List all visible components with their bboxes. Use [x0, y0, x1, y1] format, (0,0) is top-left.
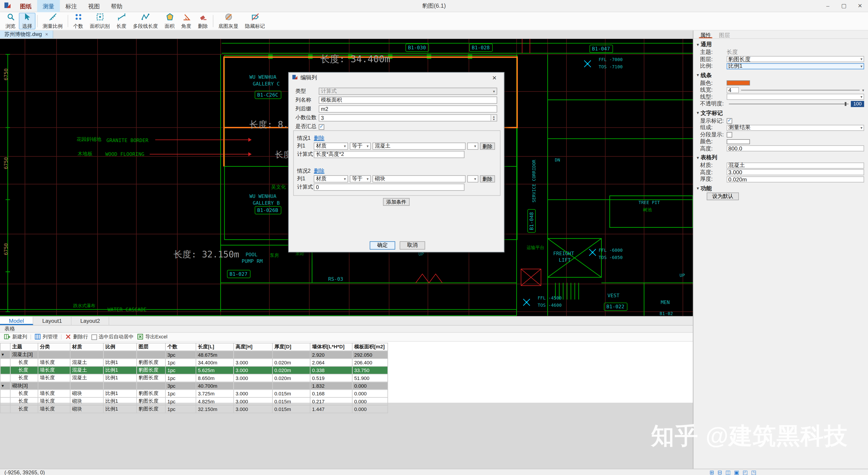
- app-logo-icon[interactable]: [0, 2, 14, 10]
- toolbar-button-scale[interactable]: 测量比例: [39, 13, 66, 29]
- thickness-input[interactable]: 0.020m: [727, 176, 864, 182]
- table-row[interactable]: 长度墙长度砌块比例1豹图长度1pc3.725m3.0000.015m0.1680…: [0, 390, 388, 397]
- composition-select[interactable]: 测量结果▾: [727, 125, 864, 131]
- condition-operator-select[interactable]: 等于▾: [350, 143, 371, 150]
- table-row[interactable]: 长度墙长度砌块比例1豹图长度1pc32.150m3.0000.015m1.447…: [0, 405, 388, 413]
- line-color-swatch[interactable]: [727, 81, 750, 86]
- column-header[interactable]: 厚度[D]: [272, 343, 310, 351]
- column-header[interactable]: 比例: [103, 343, 136, 351]
- viewport-tool-icon[interactable]: ⊟: [717, 469, 722, 475]
- expand-chevron-icon[interactable]: ▾: [2, 383, 4, 388]
- toolbar-button-hidemark[interactable]: 隐藏标记: [242, 13, 268, 29]
- toolbar-button-select[interactable]: 选择: [19, 13, 35, 29]
- dialog-close-button[interactable]: ✕: [488, 75, 500, 81]
- viewport-tool-icon[interactable]: ◳: [751, 469, 756, 475]
- table-group-row[interactable]: ▾混凝土[3]3pc48.675m2.920292.050: [0, 351, 388, 358]
- document-tab[interactable]: 苏州博物馆.dwg ×: [0, 31, 53, 38]
- condition-delete-link[interactable]: 删除: [314, 135, 324, 142]
- menu-item-4[interactable]: 帮助: [105, 0, 128, 12]
- formula-input[interactable]: 长度*高度*2: [314, 151, 465, 158]
- auto-center-checkbox[interactable]: 选中后自动居中: [92, 333, 133, 340]
- layout-tab-layout2[interactable]: Layout2: [71, 317, 110, 325]
- condition-delete-button[interactable]: 删除: [480, 175, 495, 182]
- viewport-tool-icon[interactable]: ◰: [743, 469, 748, 475]
- table-group-row[interactable]: ▾砌块[3]3pc40.700m1.8320.000: [0, 382, 388, 389]
- export-excel-button[interactable]: 导出Excel: [137, 333, 167, 340]
- dialog-title-bar[interactable]: 编辑列 ✕: [289, 72, 504, 83]
- height-input[interactable]: 3.000: [727, 170, 864, 176]
- scale-select[interactable]: 比例1▾: [727, 63, 864, 69]
- add-condition-button[interactable]: 添加条件: [383, 198, 410, 206]
- toolbar-button-polyline[interactable]: 多段线长度: [130, 13, 161, 29]
- toolbar-button-count[interactable]: 个数: [70, 13, 87, 29]
- decimals-input[interactable]: 3 ▲▼: [319, 114, 497, 121]
- toolbar-button-length[interactable]: 长度: [113, 13, 130, 29]
- delete-row-button[interactable]: 删除行: [65, 333, 88, 340]
- segment-display-checkbox[interactable]: [727, 132, 733, 138]
- toolbar-button-dimbg[interactable]: 底图灰显: [215, 13, 242, 29]
- menu-item-2[interactable]: 标注: [60, 0, 83, 12]
- viewport-tool-icon[interactable]: ◫: [725, 469, 731, 475]
- menu-item-3[interactable]: 视图: [83, 0, 105, 12]
- new-column-button[interactable]: 新建列: [4, 333, 27, 340]
- column-header[interactable]: 长度[L]: [196, 343, 234, 351]
- viewport-tool-icon[interactable]: ▣: [734, 469, 739, 475]
- table-row[interactable]: 长度墙长度混凝土比例1豹图长度1pc34.400m3.0000.020m2.06…: [0, 358, 388, 366]
- show-mark-checkbox[interactable]: [727, 118, 733, 124]
- layer-select[interactable]: 豹图长度▾: [727, 56, 864, 62]
- text-height-input[interactable]: 800.0: [727, 145, 864, 152]
- summary-checkbox[interactable]: [319, 124, 324, 129]
- prop-section-general[interactable]: ▾通用: [693, 39, 868, 49]
- column-header[interactable]: 墙体积[L*H*D]: [310, 343, 352, 351]
- column-header[interactable]: 分类: [38, 343, 70, 351]
- line-width-value[interactable]: 4: [727, 87, 739, 93]
- spinner-buttons[interactable]: ▲▼: [491, 115, 497, 121]
- toolbar-button-del[interactable]: 删除: [195, 13, 211, 29]
- column-header[interactable]: 主题: [10, 343, 38, 351]
- column-name-input[interactable]: 模板面积: [319, 96, 497, 104]
- table-row[interactable]: 长度墙长度砌块比例1豹图长度1pc4.825m3.0000.015m0.2170…: [0, 397, 388, 405]
- column-header[interactable]: 高度[H]: [234, 343, 273, 351]
- minimize-button[interactable]: –: [820, 0, 836, 12]
- menu-item-0[interactable]: 图纸: [14, 0, 37, 12]
- formula-input[interactable]: 0: [314, 184, 465, 191]
- slider-handle[interactable]: [845, 102, 846, 106]
- prop-section-table-columns[interactable]: ▾表格列: [693, 152, 868, 162]
- table-row[interactable]: 长度墙长度混凝土比例1豹图长度1pc5.625m3.0000.020m0.338…: [0, 366, 388, 374]
- panel-tab-layers[interactable]: 图层: [718, 32, 731, 38]
- toolbar-button-area[interactable]: 面积: [161, 13, 178, 29]
- ok-button[interactable]: 确定: [370, 241, 395, 250]
- condition-delete-link[interactable]: 删除: [314, 168, 324, 175]
- table-row[interactable]: 长度墙长度混凝土比例1豹图长度1pc8.650m3.0000.020m0.519…: [0, 374, 388, 382]
- column-header[interactable]: 材质: [70, 343, 103, 351]
- layout-tab-layout1[interactable]: Layout1: [33, 317, 71, 325]
- toolbar-button-angle[interactable]: 角度: [178, 13, 195, 29]
- column-header[interactable]: 图层: [136, 343, 165, 351]
- cancel-button[interactable]: 取消: [400, 241, 425, 250]
- panel-tab-properties[interactable]: 属性: [699, 32, 712, 38]
- maximize-button[interactable]: ▢: [836, 0, 852, 12]
- layout-tab-model[interactable]: Model: [0, 317, 33, 325]
- column-header[interactable]: 个数: [165, 343, 196, 351]
- column-manage-button[interactable]: 列管理: [34, 333, 58, 340]
- close-button[interactable]: ✕: [852, 0, 868, 12]
- material-input[interactable]: 混凝土: [727, 162, 864, 169]
- condition-value-input[interactable]: 混凝土: [373, 143, 466, 150]
- prop-section-text-mark[interactable]: ▾文字标记: [693, 107, 868, 117]
- condition-delete-button[interactable]: 删除: [480, 143, 495, 150]
- expand-chevron-icon[interactable]: ▾: [2, 352, 4, 357]
- condition-extra-select[interactable]: ▾: [467, 175, 478, 182]
- column-header[interactable]: 模板面积[m2]: [352, 343, 388, 351]
- text-color-swatch[interactable]: [727, 139, 750, 144]
- line-type-select[interactable]: ▾: [727, 94, 864, 100]
- column-suffix-input[interactable]: m2: [319, 106, 497, 113]
- line-width-slider[interactable]: [741, 90, 860, 90]
- toolbar-button-areadetect[interactable]: 面积识别: [87, 13, 113, 29]
- condition-operator-select[interactable]: 等于▾: [350, 175, 371, 182]
- prop-section-functions[interactable]: ▾功能: [693, 183, 868, 193]
- prop-section-line[interactable]: ▾线条: [693, 70, 868, 80]
- menu-item-1[interactable]: 测量: [37, 0, 60, 12]
- condition-field-select[interactable]: 材质▾: [314, 143, 348, 150]
- tab-close-icon[interactable]: ×: [45, 32, 48, 37]
- set-default-button[interactable]: 设为默认: [707, 192, 739, 200]
